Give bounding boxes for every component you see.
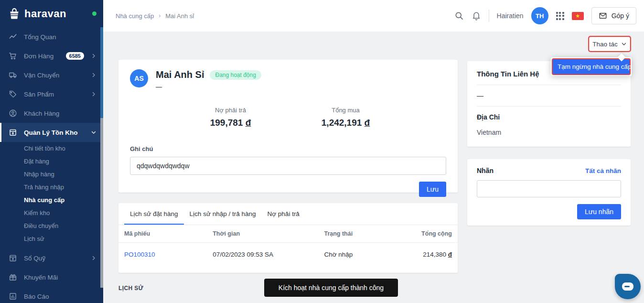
chevron-right-icon <box>91 53 97 59</box>
order-total: 214,380 đ <box>406 251 452 258</box>
tab-payable[interactable]: Nợ phải trả <box>262 203 305 225</box>
sidebar-scrollbar-thumb[interactable] <box>100 27 103 118</box>
sidebar-item-tong-quan[interactable]: Tổng Quan <box>0 27 103 46</box>
table-row: PO100310 07/02/2023 09:53 SA Chờ nhập 21… <box>118 242 458 266</box>
topbar: Nhà cung cấp › Mai Anh sỉ Hairatien TH ★… <box>103 0 644 32</box>
sidebar: haravan Tổng Quan Đơn Hàng 6585 Vận Chuy… <box>0 0 103 303</box>
history-tabs: Lịch sử đặt hàng Lịch sử nhập / trả hàng… <box>118 203 458 225</box>
note-input[interactable] <box>130 157 446 175</box>
breadcrumb: Nhà cung cấp › Mai Anh sỉ <box>116 12 194 20</box>
stat-total-purchase: Tổng mua 1,242,191 đ <box>288 107 403 128</box>
status-badge: Đang hoạt động <box>210 70 261 80</box>
save-tags-button[interactable]: Lưu nhãn <box>577 204 621 219</box>
divider <box>477 106 621 107</box>
history-card: Lịch sử đặt hàng Lịch sử nhập / trả hàng… <box>118 203 458 273</box>
tags-title: Nhãn <box>477 167 494 174</box>
customer-icon <box>9 109 17 118</box>
account-name[interactable]: Hairatien <box>497 12 524 20</box>
topbar-divider <box>489 10 489 22</box>
save-note-button[interactable]: Lưu <box>419 182 446 197</box>
supplier-card: AS Mai Anh Sỉ Đang hoạt động — Nợ phải t… <box>118 60 458 193</box>
divider <box>477 85 621 85</box>
sidebar-subitem-lich-su[interactable]: Lịch sử <box>0 232 103 245</box>
order-status: Chờ nhập <box>324 251 406 258</box>
feedback-button[interactable]: Góp ý <box>591 7 636 24</box>
haravan-logo-icon <box>6 7 22 21</box>
order-count-badge: 6585 <box>66 52 84 60</box>
envelope-icon <box>599 11 607 20</box>
sidebar-subitem-dieu-chuyen[interactable]: Điều chuyển <box>0 219 103 232</box>
breadcrumb-separator: › <box>159 12 161 19</box>
breadcrumb-parent-link[interactable]: Nhà cung cấp <box>116 12 154 20</box>
search-icon[interactable] <box>454 11 464 21</box>
chevron-right-icon <box>91 255 97 261</box>
tag-input[interactable] <box>477 180 621 197</box>
sidebar-item-san-pham[interactable]: Sản Phẩm <box>0 85 103 104</box>
currency-symbol: đ <box>246 118 251 128</box>
report-icon <box>9 292 17 301</box>
sidebar-subitem-kiem-kho[interactable]: Kiểm kho <box>0 206 103 219</box>
vietnam-flag-icon[interactable]: ★ <box>572 12 584 20</box>
logo-text: haravan <box>24 8 66 20</box>
chevron-right-icon <box>91 91 97 97</box>
avatar[interactable]: TH <box>531 7 548 24</box>
menu-item-suspend-supplier[interactable]: Tạm ngừng nhà cung cấp <box>553 59 630 74</box>
sidebar-item-van-chuyen[interactable]: Vận Chuyển <box>0 65 103 85</box>
sidebar-item-khuyen-mai[interactable]: Khuyến Mãi <box>0 268 103 287</box>
cashbox-icon <box>9 254 17 262</box>
main-content: Thao tác Tạm ngừng nhà cung cấp AS Mai A… <box>103 32 644 303</box>
sidebar-item-bao-cao[interactable]: Báo Cáo <box>0 287 103 303</box>
chat-icon <box>622 282 633 291</box>
purchase-order-link[interactable]: PO100310 <box>124 251 213 258</box>
tab-order-history[interactable]: Lịch sử đặt hàng <box>124 203 184 225</box>
actions-dropdown-menu: Tạm ngừng nhà cung cấp <box>551 57 632 76</box>
success-toast: Kích hoạt nhà cung cấp thành công <box>264 279 398 297</box>
sidebar-scrollbar-track[interactable] <box>100 27 103 288</box>
sidebar-subitem-nha-cung-cap[interactable]: Nhà cung cấp <box>0 194 103 206</box>
sidebar-item-don-hang[interactable]: Đơn Hàng 6585 <box>0 46 103 65</box>
address-value: Vietnam <box>477 129 621 136</box>
online-status-dot <box>92 11 97 16</box>
tags-card: Nhãn Tất cả nhãn Lưu nhãn <box>467 159 631 226</box>
cart-icon <box>9 52 17 60</box>
tag-icon <box>9 90 17 98</box>
sidebar-item-quan-ly-ton-kho[interactable]: Quản Lý Tồn Kho <box>0 123 103 142</box>
all-tags-link[interactable]: Tất cả nhãn <box>585 167 621 174</box>
gift-icon <box>9 273 17 281</box>
actions-dropdown-button[interactable]: Thao tác <box>589 37 630 51</box>
sidebar-subitem-tra-hang-nhap[interactable]: Trả hàng nhập <box>0 181 103 194</box>
stat-debt: Nợ phải trả 199,781 đ <box>173 107 288 128</box>
notification-bell-icon[interactable] <box>472 11 481 21</box>
truck-icon <box>9 71 17 79</box>
sidebar-item-so-quy[interactable]: Sổ Quỹ <box>0 249 103 268</box>
supplier-subtitle: — <box>156 83 261 90</box>
sidebar-item-khach-hang[interactable]: Khách Hàng <box>0 104 103 123</box>
chevron-down-icon <box>621 41 627 47</box>
chevron-down-icon <box>91 130 97 135</box>
apps-grid-icon[interactable] <box>556 12 564 20</box>
sidebar-subitem-nhap-hang[interactable]: Nhập hàng <box>0 168 103 181</box>
note-label: Ghi chú <box>130 145 446 152</box>
contact-empty-value: — <box>477 92 621 99</box>
address-label: Địa Chỉ <box>477 113 621 121</box>
order-time: 07/02/2023 09:53 SA <box>213 251 324 258</box>
chat-widget-button[interactable] <box>615 274 641 299</box>
supplier-avatar: AS <box>130 69 148 87</box>
sidebar-subitem-chi-tiet-ton-kho[interactable]: Chi tiết tồn kho <box>0 142 103 155</box>
chevron-right-icon <box>91 72 97 78</box>
tab-receipt-return-history[interactable]: Lịch sử nhập / trả hàng <box>184 203 262 225</box>
trend-icon <box>9 32 17 41</box>
table-header-row: Mã phiếu Thời gian Trạng thái Tổng cộng <box>118 225 458 242</box>
currency-symbol: đ <box>448 251 452 258</box>
logo-row[interactable]: haravan <box>0 0 103 27</box>
sidebar-subitem-dat-hang[interactable]: Đặt hàng <box>0 155 103 168</box>
supplier-name: Mai Anh Sỉ <box>156 69 204 80</box>
history-section-heading: LỊCH SỬ <box>118 285 143 292</box>
currency-symbol: đ <box>365 118 370 128</box>
breadcrumb-current: Mai Anh sỉ <box>165 12 194 20</box>
inventory-icon <box>9 128 17 137</box>
supplier-stats: Nợ phải trả 199,781 đ Tổng mua 1,242,191… <box>130 107 446 128</box>
